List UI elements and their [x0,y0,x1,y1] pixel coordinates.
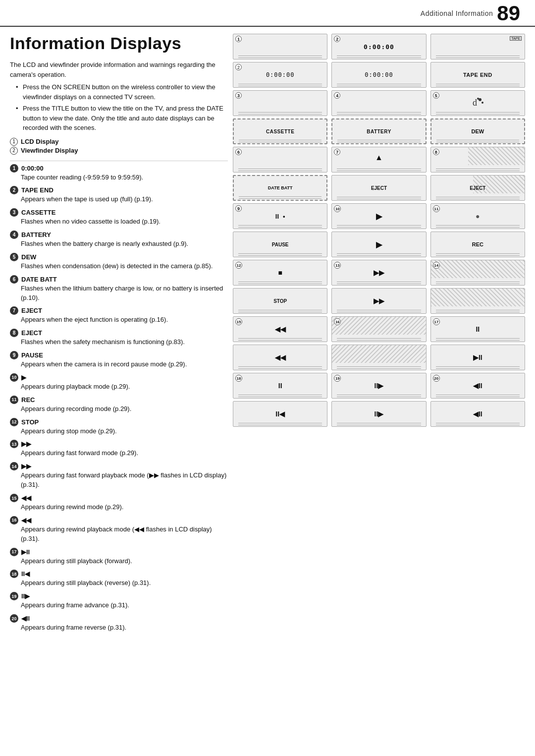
vf-label: Viewfinder Display [21,147,78,154]
item-12: 12 STOP Appears during stop mode (p.29). [10,418,228,436]
item-14-title: 14 ▶▶ [10,462,228,470]
cell-line-6 [436,58,520,58]
cassette-label: CASSETTE [266,129,294,134]
item-9: 9 PAUSE Appears when the camera is in re… [10,351,228,369]
rec-dot: ● [476,212,480,220]
cell-badge-2: 2 [334,36,340,42]
diagram-cell-datebatt-label: DATE BATT [233,175,327,201]
still-rev-label: II◀ [275,410,285,418]
diagram-cell-eject-top: 7 ▲ [331,147,426,173]
cell-line-41 [436,225,520,226]
cell-line-32 [239,198,321,199]
item-20-title: 20 ◀II [10,614,228,623]
time-display-bot: 0:00:00 [266,71,295,78]
diagram-cell-ff-top: 13 ▶▶ [331,260,426,286]
frame-adv-label: II▶ [374,410,384,418]
item-10-desc: Appears during playback mode (p.29). [21,382,228,392]
diagram-cell-rec-top: 11 ● [430,203,525,229]
cell-line-37 [238,225,322,226]
item-15-desc: Appears during rewind mode (p.29). [21,503,228,512]
cell-line-83 [436,423,520,423]
cell-line-9 [337,84,421,84]
page-wrapper: Additional Information 89 Information Di… [0,0,535,637]
diagram-cell-pause-label: PAUSE [233,232,327,257]
cell-line-28 [337,171,421,171]
item-2-title: 2 TAPE END [10,186,228,194]
cell-line-24 [436,142,519,142]
cell-badge-3: 3 [235,92,242,99]
cell-line-75 [337,395,421,395]
rw-arrows: ◀◀ [275,325,286,333]
cell-badge-17: 17 [433,318,440,325]
circle-filled-15: 15 [10,494,18,502]
cell-badge-15: 15 [235,318,242,325]
cell-line-10 [337,86,421,86]
rec-label: REC [472,241,483,247]
diagram-cell-play-top: 10 ▶ [331,203,426,229]
item-1: 1 0:00:00 Tape counter reading (-9:59:59… [10,164,228,182]
item-9-desc: Appears when the camera is in record pau… [21,360,228,369]
hatch-pattern-label [473,175,525,193]
hatch-rw-label [332,345,426,363]
svg-point-2 [482,102,483,104]
cell-line-64 [337,340,421,341]
cell-badge-7: 7 [334,149,340,155]
circle-filled-6: 6 [10,275,18,284]
eject-label-8: EJECT [470,185,485,191]
item-2-desc: Appears when the tape is used up (full) … [21,195,228,204]
cell-line-46 [337,255,421,256]
cell-line-7 [238,84,322,84]
battery-label: BATTERY [367,129,391,134]
hatch-ff-label [431,289,525,306]
cell-line-53 [436,282,520,282]
diagram-cell-still-fwd-label: ▶II [430,345,525,370]
circle-filled-16: 16 [10,516,18,524]
circle-filled-5: 5 [10,253,18,261]
cell-line-45 [337,253,421,254]
circle-filled-13: 13 [10,440,18,448]
diagram-cell-time-bot: 0:00:00 [331,62,426,88]
cell-badge-1: 1 [235,36,242,42]
item-3-desc: Flashes when no video cassette is loaded… [21,217,228,227]
item-13-desc: Appears during fast forward mode (p.29). [21,449,228,458]
cell-badge-11: 11 [433,205,440,212]
pause-dot: • [283,213,285,220]
pause-label: PAUSE [272,242,289,247]
diagram-cell-dew-top: 5 d [430,90,525,116]
diagram-cell-cassette-label: CASSETTE [233,118,327,144]
diagram-cell-still-fwd-top: 17 II [430,316,525,342]
item-11-title: 11 REC [10,396,228,404]
diagram-cell-play-label: ▶ [331,232,426,257]
item-4-title: 4 BATTERY [10,231,228,239]
diagram-cell-ff-label: ▶▶ [331,288,426,314]
item-17-desc: Appears during still playback (forward). [21,557,228,566]
diagram-cell-time-top: 2 0:00:00 [331,34,426,59]
diagram-cell-frame-adv-label: II▶ [331,401,426,427]
cell-line-78 [436,397,520,397]
still-rev-bars: II [278,382,282,390]
item-15: 15 ◀◀ Appears during rewind mode (p.29). [10,494,228,512]
diagram-cell-dew-label: DEW [430,118,525,144]
time-display-top: 0:00:00 [364,43,394,51]
cell-line-66 [436,340,520,341]
tape-small-indicator: TAPE [510,36,522,41]
circle-filled-3: 3 [10,208,18,217]
item-17-title: 17 ▶II [10,548,228,556]
cell-badge-20: 20 [433,375,440,382]
diagram-cell-frame-rev-top: 20 ◀II [430,373,525,399]
diagram-cell-datebatt-top: 6 [233,147,327,173]
intro-text: The LCD and viewfinder provide informati… [10,60,228,79]
item-18-desc: Appears during still playback (reverse) … [21,579,228,588]
frame-rev-label: ◀II [473,410,482,418]
circle-filled-14: 14 [10,462,18,470]
cell-line-20 [239,142,321,142]
cell-line-79 [238,423,322,423]
cell-line-30 [436,171,520,171]
cell-line-58 [337,312,421,312]
display-label-vf: 2 Viewfinder Display [10,147,228,155]
item-7: 7 EJECT Appears when the eject function … [10,306,228,325]
cell-line-2 [238,58,322,58]
cell-badge-19: 19 [334,375,341,382]
cell-line-50 [238,284,322,284]
item-6-desc: Flashes when the lithium battery charge … [21,284,228,303]
